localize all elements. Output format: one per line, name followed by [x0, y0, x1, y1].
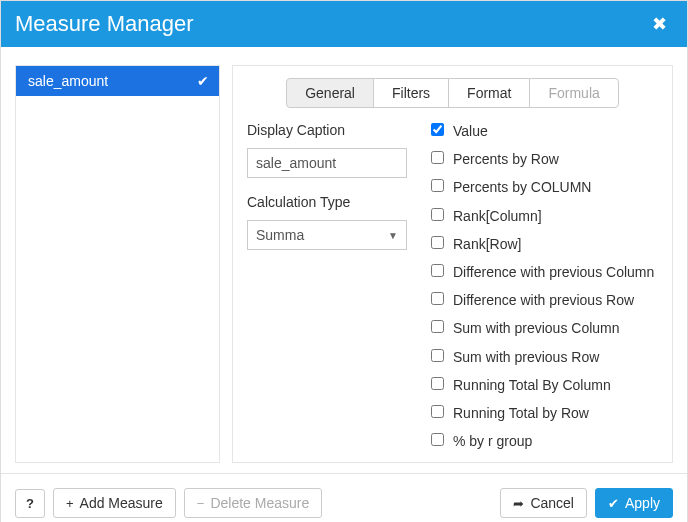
option-label: Difference with previous Column [453, 263, 654, 281]
main-panel: General Filters Format Formula Display C… [232, 65, 673, 463]
footer-left: ? + Add Measure − Delete Measure [15, 488, 322, 518]
option-checkbox-diff-prev-row[interactable] [431, 292, 444, 305]
dialog-footer: ? + Add Measure − Delete Measure ➦ Cance… [1, 473, 687, 522]
option-row: Running Total By Column [427, 376, 656, 394]
apply-label: Apply [625, 495, 660, 511]
option-row: Value [427, 122, 656, 140]
option-label: Running Total by Row [453, 404, 589, 422]
help-icon: ? [26, 496, 34, 511]
calc-type-value: Summa [256, 227, 304, 243]
delete-measure-label: Delete Measure [210, 495, 309, 511]
sidebar-item-sale-amount[interactable]: sale_amount ✔ [16, 66, 219, 96]
general-panel: Display Caption Calculation Type Summa ▼… [233, 122, 672, 452]
option-row: Difference with previous Column [427, 263, 656, 281]
option-checkbox-diff-prev-column[interactable] [431, 264, 444, 277]
measure-manager-dialog: Measure Manager ✖ sale_amount ✔ General … [0, 0, 688, 522]
option-checkbox-value[interactable] [431, 123, 444, 136]
option-row: Rank[Row] [427, 235, 656, 253]
option-label: Percents by COLUMN [453, 178, 591, 196]
option-checkbox-running-total-row[interactable] [431, 405, 444, 418]
option-label: % by r group [453, 432, 532, 450]
tab-bar: General Filters Format Formula [233, 78, 672, 122]
option-label: Value [453, 122, 488, 140]
plus-icon: + [66, 496, 74, 511]
display-caption-input[interactable] [247, 148, 407, 178]
dialog-title: Measure Manager [15, 11, 194, 37]
option-label: Sum with previous Row [453, 348, 599, 366]
cancel-button[interactable]: ➦ Cancel [500, 488, 587, 518]
sidebar-item-label: sale_amount [28, 73, 108, 89]
display-caption-label: Display Caption [247, 122, 407, 138]
minus-icon: − [197, 496, 205, 511]
tab-general[interactable]: General [286, 78, 374, 108]
option-row: Sum with previous Column [427, 319, 656, 337]
add-measure-label: Add Measure [80, 495, 163, 511]
option-checkbox-rank-column[interactable] [431, 208, 444, 221]
delete-measure-button: − Delete Measure [184, 488, 322, 518]
option-label: Sum with previous Column [453, 319, 620, 337]
calc-type-select[interactable]: Summa ▼ [247, 220, 407, 250]
form-column: Display Caption Calculation Type Summa ▼ [247, 122, 407, 452]
share-icon: ➦ [513, 496, 524, 511]
tab-format[interactable]: Format [448, 78, 530, 108]
option-row: Percents by Row [427, 150, 656, 168]
footer-right: ➦ Cancel ✔ Apply [500, 488, 673, 518]
calc-type-label: Calculation Type [247, 194, 407, 210]
help-button[interactable]: ? [15, 489, 45, 518]
cancel-label: Cancel [530, 495, 574, 511]
option-row: Difference with previous Row [427, 291, 656, 309]
option-checkbox-rank-row[interactable] [431, 236, 444, 249]
tab-filters[interactable]: Filters [373, 78, 449, 108]
tab-formula: Formula [529, 78, 618, 108]
option-label: Rank[Column] [453, 207, 542, 225]
close-icon[interactable]: ✖ [646, 13, 673, 35]
option-checkbox-sum-prev-row[interactable] [431, 349, 444, 362]
option-checkbox-percents-column[interactable] [431, 179, 444, 192]
option-row: Sum with previous Row [427, 348, 656, 366]
option-row: % by r group [427, 432, 656, 450]
option-checkbox-sum-prev-column[interactable] [431, 320, 444, 333]
option-row: Rank[Column] [427, 207, 656, 225]
option-checkbox-percents-row[interactable] [431, 151, 444, 164]
measure-list: sale_amount ✔ [15, 65, 220, 463]
chevron-down-icon: ▼ [388, 230, 398, 241]
dialog-header: Measure Manager ✖ [1, 1, 687, 47]
option-row: Running Total by Row [427, 404, 656, 422]
option-checkbox-percent-r-group[interactable] [431, 433, 444, 446]
option-label: Rank[Row] [453, 235, 521, 253]
dialog-body: sale_amount ✔ General Filters Format For… [1, 47, 687, 473]
check-icon: ✔ [197, 73, 209, 89]
option-label: Difference with previous Row [453, 291, 634, 309]
apply-button[interactable]: ✔ Apply [595, 488, 673, 518]
options-column[interactable]: Value Percents by Row Percents by COLUMN… [427, 122, 662, 452]
option-checkbox-running-total-column[interactable] [431, 377, 444, 390]
option-row: Percents by COLUMN [427, 178, 656, 196]
option-label: Percents by Row [453, 150, 559, 168]
check-icon: ✔ [608, 496, 619, 511]
option-label: Running Total By Column [453, 376, 611, 394]
add-measure-button[interactable]: + Add Measure [53, 488, 176, 518]
